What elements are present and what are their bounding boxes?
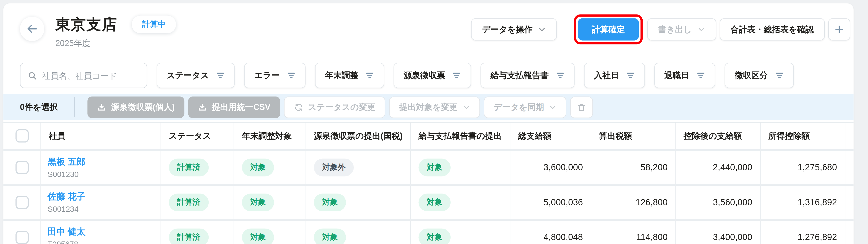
- employee-name-link[interactable]: 田中 健太: [48, 226, 86, 238]
- target-badge: 対象: [418, 159, 451, 176]
- filter-error[interactable]: エラー: [244, 63, 305, 88]
- search-icon: [28, 71, 37, 80]
- bulk-button-label: ステータスの変更: [308, 102, 376, 112]
- column-header-employee: 社員: [41, 123, 161, 149]
- table-header-row: 社員 ステータス 年末調整対象 源泉徴収票の提出(国税) 給与支払報告書の提出 …: [3, 122, 854, 149]
- arrow-left-icon: [26, 23, 38, 35]
- app-stage: 東京支店 計算中 2025年度 データを操作 計算確定 書き出し: [0, 0, 868, 244]
- main-card: 東京支店 計算中 2025年度 データを操作 計算確定 書き出し: [3, 3, 854, 244]
- sync-icon: [294, 102, 303, 112]
- download-icon: [197, 102, 207, 112]
- unified-csv-button[interactable]: 提出用統一CSV: [188, 96, 280, 118]
- status-badge: 計算済: [169, 228, 209, 244]
- column-header-pay-after-deduction: 控除後の支給額: [676, 123, 761, 149]
- target-badge: 対象: [242, 228, 274, 244]
- search-box[interactable]: [20, 63, 148, 88]
- filter-row: ステータス エラー 年末調整 源泉徴収票: [3, 57, 854, 94]
- clipped-cell: [845, 221, 854, 244]
- employee-name-link[interactable]: 佐藤 花子: [48, 191, 86, 203]
- pay-after-deduction-cell: 3,400,000: [676, 221, 761, 244]
- target-badge: 対象: [242, 159, 274, 176]
- filter-nencho[interactable]: 年末調整: [315, 63, 384, 88]
- target-badge: 対象: [418, 228, 451, 244]
- income-deduction-cell: 1,275,680: [761, 151, 845, 184]
- change-status-button[interactable]: ステータスの変更: [284, 96, 385, 118]
- row-checkbox[interactable]: [15, 161, 29, 174]
- calculated-tax-cell: 126,800: [591, 186, 676, 219]
- bulk-divider: [74, 97, 74, 117]
- page-header: 東京支店 計算中 2025年度 データを操作 計算確定 書き出し: [3, 3, 854, 56]
- employee-name-link[interactable]: 黒板 五郎: [48, 157, 86, 168]
- filter-label: 入社日: [594, 70, 619, 81]
- gross-pay-cell: 3,600,000: [510, 151, 591, 184]
- income-deduction-cell: 1,316,892: [761, 186, 845, 219]
- employee-cell: 佐藤 花子 S001234: [41, 186, 161, 219]
- gross-pay-cell: 5,000,036: [510, 186, 591, 219]
- filter-icon: [287, 71, 296, 80]
- row-checkbox[interactable]: [15, 231, 29, 244]
- column-header-withholding-submission: 源泉徴収票の提出(国税): [306, 123, 411, 149]
- filter-withholding-slip[interactable]: 源泉徴収票: [394, 63, 471, 88]
- filter-label: 徴収区分: [735, 70, 768, 81]
- data-operations-label: データを操作: [482, 24, 532, 35]
- filter-icon: [626, 71, 635, 80]
- withholding-cell: 対象外: [306, 151, 411, 184]
- delete-button[interactable]: [570, 96, 593, 118]
- bulk-action-bar: 0件を選択 源泉徴収票(個人) 提出用統一CSV ステータスの変更: [3, 94, 854, 120]
- column-header-income-deduction: 所得控除額: [761, 123, 845, 149]
- filter-status[interactable]: ステータス: [157, 63, 235, 88]
- add-button[interactable]: [828, 18, 850, 40]
- filter-label: 退職日: [664, 70, 689, 81]
- filter-collection-category[interactable]: 徴収区分: [725, 63, 794, 88]
- filter-hire-date[interactable]: 入社日: [584, 63, 645, 88]
- column-header-status: ステータス: [161, 123, 234, 149]
- fiscal-year-label: 2025年度: [55, 38, 176, 49]
- filter-retire-date[interactable]: 退職日: [654, 63, 715, 88]
- row-select-cell: [3, 151, 41, 184]
- withholding-slip-individual-button[interactable]: 源泉徴収票(個人): [87, 96, 184, 118]
- plus-icon: [834, 24, 844, 34]
- target-badge: 対象: [242, 193, 274, 211]
- clipped-cell: [845, 151, 854, 184]
- row-checkbox[interactable]: [15, 196, 29, 209]
- withholding-cell: 対象: [306, 186, 411, 219]
- export-button[interactable]: 書き出し: [647, 18, 716, 40]
- payroll-report-cell: 対象: [411, 151, 510, 184]
- row-select-cell: [3, 186, 41, 219]
- sync-data-button[interactable]: データを同期: [484, 96, 566, 118]
- data-operations-button[interactable]: データを操作: [471, 18, 557, 40]
- column-header-payroll-report-submission: 給与支払報告書の提出: [411, 123, 510, 149]
- employee-cell: 田中 健太 T005678: [41, 221, 161, 244]
- filter-label: 給与支払報告書: [491, 70, 549, 81]
- chevron-down-icon: [698, 26, 705, 33]
- target-badge: 対象外: [314, 159, 354, 176]
- column-header-calculated-tax: 算出税額: [591, 123, 676, 149]
- status-cell: 計算済: [161, 221, 234, 244]
- nencho-cell: 対象: [234, 186, 306, 219]
- filter-icon: [556, 71, 565, 80]
- bulk-button-label: 提出用統一CSV: [212, 102, 271, 112]
- filter-label: ステータス: [166, 70, 209, 81]
- bulk-button-label: データを同期: [494, 102, 544, 112]
- confirm-calculation-button[interactable]: 計算確定: [578, 18, 639, 40]
- column-header-gross-pay: 総支給額: [510, 123, 591, 149]
- summary-check-button[interactable]: 合計表・総括表を確認: [719, 18, 825, 40]
- nencho-cell: 対象: [234, 151, 306, 184]
- payroll-report-cell: 対象: [411, 221, 510, 244]
- employee-code: S001234: [48, 205, 79, 214]
- filter-icon: [453, 71, 461, 80]
- status-cell: 計算済: [161, 151, 234, 184]
- chevron-down-icon: [549, 104, 556, 111]
- withholding-cell: 対象: [306, 221, 411, 244]
- employee-code: T005678: [48, 240, 78, 244]
- filter-icon: [216, 71, 225, 80]
- change-submission-target-button[interactable]: 提出対象を変更: [390, 96, 480, 118]
- filter-icon: [366, 71, 374, 80]
- select-all-checkbox[interactable]: [15, 129, 29, 143]
- gross-pay-cell: 4,800,048: [510, 221, 591, 244]
- back-button[interactable]: [20, 17, 44, 41]
- status-badge: 計算済: [169, 159, 209, 176]
- search-input[interactable]: [42, 71, 140, 80]
- filter-payroll-report[interactable]: 給与支払報告書: [480, 63, 575, 88]
- page-title: 東京支店: [55, 15, 118, 34]
